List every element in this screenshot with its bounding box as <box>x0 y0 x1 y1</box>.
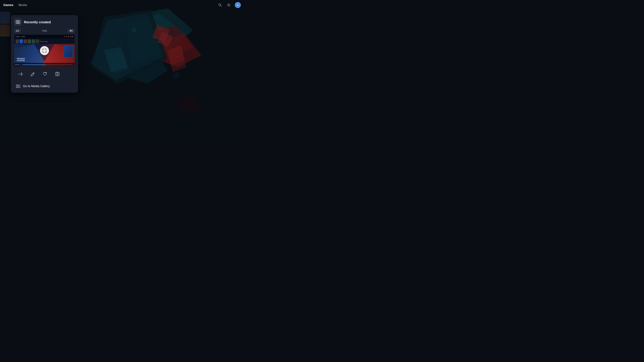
expand-overlay <box>14 35 75 66</box>
screenshot-icon <box>16 20 20 24</box>
svg-marker-5 <box>128 50 168 84</box>
nav-right-btn[interactable]: R1 <box>68 29 75 33</box>
svg-marker-4 <box>159 33 201 67</box>
expand-icon <box>42 48 46 53</box>
svg-marker-11 <box>104 47 128 72</box>
settings-icon[interactable] <box>226 2 232 8</box>
game-thumb-1[interactable] <box>0 12 10 24</box>
svg-rect-33 <box>17 85 18 85</box>
nav-counter: 7/15 <box>42 29 47 32</box>
like-button[interactable] <box>41 70 49 78</box>
svg-rect-22 <box>16 20 18 21</box>
gallery-icon <box>16 84 21 88</box>
svg-marker-14 <box>170 55 186 72</box>
search-icon[interactable] <box>217 2 223 8</box>
popup-title: Recently created <box>24 20 51 24</box>
svg-marker-7 <box>90 13 163 80</box>
popup-header: Recently created <box>14 18 75 26</box>
avatar[interactable]: G <box>235 2 241 8</box>
svg-marker-2 <box>126 8 193 60</box>
topbar-nav: Games Media <box>3 3 27 7</box>
svg-point-16 <box>173 72 180 79</box>
popup-card: Recently created L1 7/15 R1 Games Media … <box>11 15 78 93</box>
nav-media[interactable]: Media <box>18 3 27 7</box>
expand-button[interactable] <box>40 46 49 55</box>
delete-button[interactable] <box>53 70 62 78</box>
svg-marker-3 <box>151 25 193 59</box>
svg-marker-13 <box>168 45 184 65</box>
svg-rect-9 <box>157 31 173 47</box>
topbar: Games Media G <box>0 0 244 10</box>
svg-marker-10 <box>164 43 181 60</box>
svg-point-24 <box>18 22 18 22</box>
svg-point-15 <box>132 28 137 33</box>
svg-marker-6 <box>92 10 168 84</box>
screenshot-icon-wrapper <box>14 18 22 26</box>
nav-left-btn[interactable]: L1 <box>14 29 21 33</box>
topbar-right: G <box>217 2 241 8</box>
action-row <box>14 70 75 78</box>
screenshot-preview[interactable]: Games Media 12:30 Rocket League <box>14 35 75 66</box>
svg-rect-8 <box>152 25 170 42</box>
nav-row: L1 7/15 R1 <box>14 29 75 33</box>
nav-games[interactable]: Games <box>3 3 14 7</box>
svg-point-35 <box>18 86 18 87</box>
svg-marker-17 <box>176 94 201 116</box>
svg-point-18 <box>219 4 221 6</box>
edit-button[interactable] <box>28 70 37 78</box>
game-thumb-2[interactable] <box>0 24 10 36</box>
gallery-link[interactable]: Go to Media Gallery <box>14 83 75 89</box>
svg-marker-12 <box>107 50 128 74</box>
svg-marker-1 <box>118 13 184 67</box>
svg-point-20 <box>228 4 229 5</box>
svg-line-19 <box>220 5 222 6</box>
share-button[interactable] <box>16 70 24 78</box>
gallery-link-text: Go to Media Gallery <box>23 84 50 88</box>
left-game-thumbnails <box>0 12 10 36</box>
